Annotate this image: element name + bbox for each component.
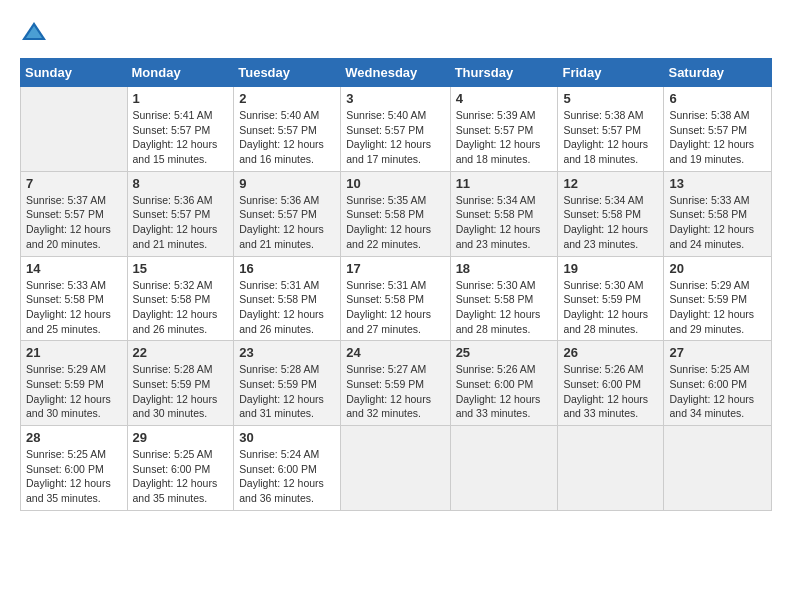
day-number: 11 (456, 176, 553, 191)
day-cell: 13Sunrise: 5:33 AMSunset: 5:58 PMDayligh… (664, 171, 772, 256)
day-info: Sunrise: 5:38 AMSunset: 5:57 PMDaylight:… (669, 108, 766, 167)
header-cell-tuesday: Tuesday (234, 59, 341, 87)
header-cell-saturday: Saturday (664, 59, 772, 87)
day-info: Sunrise: 5:29 AMSunset: 5:59 PMDaylight:… (669, 278, 766, 337)
day-number: 21 (26, 345, 122, 360)
day-number: 26 (563, 345, 658, 360)
day-cell: 20Sunrise: 5:29 AMSunset: 5:59 PMDayligh… (664, 256, 772, 341)
day-number: 23 (239, 345, 335, 360)
day-number: 13 (669, 176, 766, 191)
day-number: 5 (563, 91, 658, 106)
day-info: Sunrise: 5:34 AMSunset: 5:58 PMDaylight:… (563, 193, 658, 252)
day-cell (664, 426, 772, 511)
day-cell: 23Sunrise: 5:28 AMSunset: 5:59 PMDayligh… (234, 341, 341, 426)
logo (20, 18, 52, 46)
day-info: Sunrise: 5:29 AMSunset: 5:59 PMDaylight:… (26, 362, 122, 421)
day-cell: 14Sunrise: 5:33 AMSunset: 5:58 PMDayligh… (21, 256, 128, 341)
day-number: 19 (563, 261, 658, 276)
day-number: 12 (563, 176, 658, 191)
day-info: Sunrise: 5:41 AMSunset: 5:57 PMDaylight:… (133, 108, 229, 167)
header-cell-sunday: Sunday (21, 59, 128, 87)
day-info: Sunrise: 5:25 AMSunset: 6:00 PMDaylight:… (26, 447, 122, 506)
day-number: 8 (133, 176, 229, 191)
day-info: Sunrise: 5:30 AMSunset: 5:59 PMDaylight:… (563, 278, 658, 337)
day-cell (558, 426, 664, 511)
day-number: 29 (133, 430, 229, 445)
day-info: Sunrise: 5:38 AMSunset: 5:57 PMDaylight:… (563, 108, 658, 167)
day-info: Sunrise: 5:36 AMSunset: 5:57 PMDaylight:… (133, 193, 229, 252)
day-info: Sunrise: 5:33 AMSunset: 5:58 PMDaylight:… (669, 193, 766, 252)
day-cell: 24Sunrise: 5:27 AMSunset: 5:59 PMDayligh… (341, 341, 450, 426)
day-number: 10 (346, 176, 444, 191)
day-cell (450, 426, 558, 511)
day-cell: 4Sunrise: 5:39 AMSunset: 5:57 PMDaylight… (450, 87, 558, 172)
day-info: Sunrise: 5:25 AMSunset: 6:00 PMDaylight:… (133, 447, 229, 506)
header-cell-monday: Monday (127, 59, 234, 87)
day-cell: 17Sunrise: 5:31 AMSunset: 5:58 PMDayligh… (341, 256, 450, 341)
day-info: Sunrise: 5:34 AMSunset: 5:58 PMDaylight:… (456, 193, 553, 252)
day-cell: 9Sunrise: 5:36 AMSunset: 5:57 PMDaylight… (234, 171, 341, 256)
day-info: Sunrise: 5:30 AMSunset: 5:58 PMDaylight:… (456, 278, 553, 337)
day-info: Sunrise: 5:35 AMSunset: 5:58 PMDaylight:… (346, 193, 444, 252)
day-number: 27 (669, 345, 766, 360)
day-cell: 28Sunrise: 5:25 AMSunset: 6:00 PMDayligh… (21, 426, 128, 511)
day-cell: 12Sunrise: 5:34 AMSunset: 5:58 PMDayligh… (558, 171, 664, 256)
day-info: Sunrise: 5:31 AMSunset: 5:58 PMDaylight:… (239, 278, 335, 337)
header-cell-thursday: Thursday (450, 59, 558, 87)
day-number: 20 (669, 261, 766, 276)
week-row-4: 21Sunrise: 5:29 AMSunset: 5:59 PMDayligh… (21, 341, 772, 426)
day-cell: 16Sunrise: 5:31 AMSunset: 5:58 PMDayligh… (234, 256, 341, 341)
day-number: 30 (239, 430, 335, 445)
day-number: 2 (239, 91, 335, 106)
day-number: 16 (239, 261, 335, 276)
day-info: Sunrise: 5:32 AMSunset: 5:58 PMDaylight:… (133, 278, 229, 337)
day-info: Sunrise: 5:36 AMSunset: 5:57 PMDaylight:… (239, 193, 335, 252)
day-cell: 30Sunrise: 5:24 AMSunset: 6:00 PMDayligh… (234, 426, 341, 511)
page: SundayMondayTuesdayWednesdayThursdayFrid… (0, 0, 792, 523)
day-info: Sunrise: 5:28 AMSunset: 5:59 PMDaylight:… (133, 362, 229, 421)
day-info: Sunrise: 5:33 AMSunset: 5:58 PMDaylight:… (26, 278, 122, 337)
day-cell: 11Sunrise: 5:34 AMSunset: 5:58 PMDayligh… (450, 171, 558, 256)
day-number: 9 (239, 176, 335, 191)
day-number: 28 (26, 430, 122, 445)
day-number: 4 (456, 91, 553, 106)
week-row-3: 14Sunrise: 5:33 AMSunset: 5:58 PMDayligh… (21, 256, 772, 341)
day-cell (21, 87, 128, 172)
header-row: SundayMondayTuesdayWednesdayThursdayFrid… (21, 59, 772, 87)
day-info: Sunrise: 5:24 AMSunset: 6:00 PMDaylight:… (239, 447, 335, 506)
day-cell: 7Sunrise: 5:37 AMSunset: 5:57 PMDaylight… (21, 171, 128, 256)
day-info: Sunrise: 5:27 AMSunset: 5:59 PMDaylight:… (346, 362, 444, 421)
day-info: Sunrise: 5:40 AMSunset: 5:57 PMDaylight:… (346, 108, 444, 167)
day-cell: 1Sunrise: 5:41 AMSunset: 5:57 PMDaylight… (127, 87, 234, 172)
header-cell-wednesday: Wednesday (341, 59, 450, 87)
day-cell: 21Sunrise: 5:29 AMSunset: 5:59 PMDayligh… (21, 341, 128, 426)
day-cell: 10Sunrise: 5:35 AMSunset: 5:58 PMDayligh… (341, 171, 450, 256)
day-info: Sunrise: 5:40 AMSunset: 5:57 PMDaylight:… (239, 108, 335, 167)
day-cell: 18Sunrise: 5:30 AMSunset: 5:58 PMDayligh… (450, 256, 558, 341)
calendar-table: SundayMondayTuesdayWednesdayThursdayFrid… (20, 58, 772, 511)
day-cell: 22Sunrise: 5:28 AMSunset: 5:59 PMDayligh… (127, 341, 234, 426)
day-number: 7 (26, 176, 122, 191)
day-number: 17 (346, 261, 444, 276)
day-cell: 25Sunrise: 5:26 AMSunset: 6:00 PMDayligh… (450, 341, 558, 426)
day-info: Sunrise: 5:26 AMSunset: 6:00 PMDaylight:… (456, 362, 553, 421)
day-info: Sunrise: 5:31 AMSunset: 5:58 PMDaylight:… (346, 278, 444, 337)
day-cell: 26Sunrise: 5:26 AMSunset: 6:00 PMDayligh… (558, 341, 664, 426)
day-info: Sunrise: 5:39 AMSunset: 5:57 PMDaylight:… (456, 108, 553, 167)
day-cell: 6Sunrise: 5:38 AMSunset: 5:57 PMDaylight… (664, 87, 772, 172)
week-row-5: 28Sunrise: 5:25 AMSunset: 6:00 PMDayligh… (21, 426, 772, 511)
week-row-1: 1Sunrise: 5:41 AMSunset: 5:57 PMDaylight… (21, 87, 772, 172)
day-number: 22 (133, 345, 229, 360)
day-cell: 29Sunrise: 5:25 AMSunset: 6:00 PMDayligh… (127, 426, 234, 511)
logo-icon (20, 18, 48, 46)
day-cell: 8Sunrise: 5:36 AMSunset: 5:57 PMDaylight… (127, 171, 234, 256)
day-cell: 15Sunrise: 5:32 AMSunset: 5:58 PMDayligh… (127, 256, 234, 341)
week-row-2: 7Sunrise: 5:37 AMSunset: 5:57 PMDaylight… (21, 171, 772, 256)
day-number: 6 (669, 91, 766, 106)
day-cell (341, 426, 450, 511)
day-cell: 2Sunrise: 5:40 AMSunset: 5:57 PMDaylight… (234, 87, 341, 172)
day-cell: 19Sunrise: 5:30 AMSunset: 5:59 PMDayligh… (558, 256, 664, 341)
day-info: Sunrise: 5:26 AMSunset: 6:00 PMDaylight:… (563, 362, 658, 421)
day-number: 25 (456, 345, 553, 360)
day-number: 1 (133, 91, 229, 106)
